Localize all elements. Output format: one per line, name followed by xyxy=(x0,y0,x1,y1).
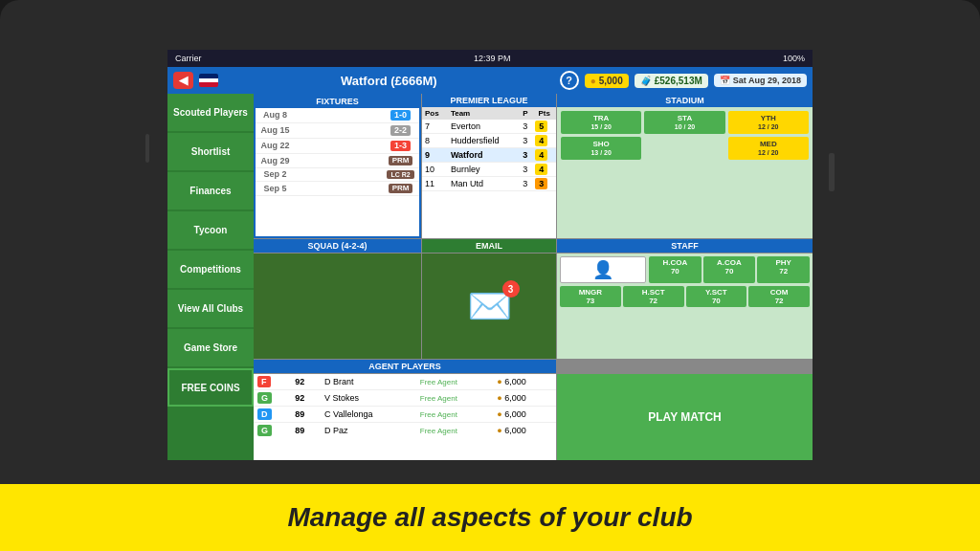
time-label: 12:39 PM xyxy=(474,54,511,63)
league-played: 3 xyxy=(518,177,532,191)
league-table-container: Pos Team P Pts 7 Everton 3 xyxy=(422,107,556,238)
staff-header: STAFF xyxy=(557,239,813,253)
table-row: Aug 15 Leicester A 2-2 xyxy=(256,123,419,139)
staff-com: COM72 xyxy=(748,286,810,307)
fixtures-table: Aug 8 Tottenham H 1-0 Aug 15 Leicester A… xyxy=(256,108,419,196)
stadium-top-row: TRA15 / 20 STA10 / 20 YTH12 / 20 xyxy=(561,111,809,134)
fixture-result: 1-0 xyxy=(382,108,419,123)
side-button-right xyxy=(829,153,835,191)
league-team: Burnley xyxy=(448,163,519,177)
col-pts: Pts xyxy=(532,107,556,120)
app-screen: Carrier 12:39 PM 100% ◀ Watford (£666M) … xyxy=(167,50,813,460)
league-played: 3 xyxy=(518,120,532,134)
league-pts: 5 xyxy=(532,120,556,134)
table-row[interactable]: D 89 C Vallelonga Free Agent ● 6,000 xyxy=(254,407,556,423)
sidebar-item-game-store[interactable]: Game Store xyxy=(167,329,254,367)
player-name: D Brant xyxy=(321,374,416,390)
email-content[interactable]: ✉️ 3 xyxy=(422,253,556,359)
league-team: Watford xyxy=(448,148,519,163)
staff-phy: PHY72 xyxy=(757,256,810,283)
bottom-banner: Manage all aspects of your club xyxy=(0,484,980,551)
player-name: V Stokes xyxy=(321,390,416,407)
league-team: Man Utd xyxy=(448,177,519,191)
league-pts: 4 xyxy=(532,148,556,163)
player-rating: 89 xyxy=(291,423,321,439)
table-row: 8 Huddersfield 3 4 xyxy=(422,134,556,148)
league-played: 3 xyxy=(518,148,532,163)
table-row: Aug 29 Man Utd A PRM xyxy=(256,154,419,168)
table-row[interactable]: G 89 D Paz Free Agent ● 6,000 xyxy=(254,423,556,439)
table-row: Sep 2 Southend A LC R2 xyxy=(256,168,419,182)
table-row[interactable]: F 92 D Brant Free Agent ● 6,000 xyxy=(254,374,556,390)
back-button[interactable]: ◀ xyxy=(173,72,193,89)
pos-badge: G xyxy=(257,425,272,436)
fixture-date: Aug 29 xyxy=(256,154,295,168)
player-coins: ● 6,000 xyxy=(493,374,556,390)
staff-avatar: 👤 xyxy=(560,256,646,283)
player-status: Free Agent xyxy=(416,423,494,439)
staff-content: 👤 H.COA70 A.COA70 PHY72 MNGR73 H.SCT72 Y… xyxy=(557,253,813,359)
sidebar-item-view-all-clubs[interactable]: View All Clubs xyxy=(167,290,254,328)
play-match-button[interactable]: PLAY MATCH xyxy=(557,374,813,460)
coins-display: ● 5,000 xyxy=(585,74,629,88)
fixture-opponent: Man Utd xyxy=(295,154,368,168)
fixture-venue: H xyxy=(368,108,382,123)
player-rating: 92 xyxy=(291,390,321,407)
date-display: 📅 Sat Aug 29, 2018 xyxy=(714,74,807,87)
league-played: 3 xyxy=(518,163,532,177)
league-pts: 4 xyxy=(532,163,556,177)
sidebar-item-shortlist[interactable]: Shortlist xyxy=(167,133,254,171)
stadium-content: TRA15 / 20 STA10 / 20 YTH12 / 20 SHO13 /… xyxy=(557,107,813,238)
table-row: 11 Man Utd 3 3 xyxy=(422,177,556,191)
staff-ysct: Y.SCT70 xyxy=(686,286,747,307)
staff-row2: MNGR73 H.SCT72 Y.SCT70 COM72 xyxy=(560,286,810,307)
fixture-date: Aug 8 xyxy=(256,108,295,123)
content-area: FIXTURES Aug 8 Tottenham H 1-0 Aug 15 xyxy=(254,94,813,460)
fixture-date: Sep 2 xyxy=(256,168,295,182)
player-coins: ● 6,000 xyxy=(493,423,556,439)
fixtures-table-container: Aug 8 Tottenham H 1-0 Aug 15 Leicester A… xyxy=(256,108,419,236)
main-layout: Scouted Players Shortlist Finances Tycoo… xyxy=(167,94,813,460)
pos-badge: F xyxy=(257,376,271,387)
fixture-result: LC R2 xyxy=(382,168,419,182)
fixture-result: PRM xyxy=(382,154,419,168)
banner-text: Manage all aspects of your club xyxy=(287,502,692,533)
staff-mngr: MNGR73 xyxy=(560,286,621,307)
sidebar-item-tycoon[interactable]: Tycoon xyxy=(167,211,254,250)
help-button[interactable]: ? xyxy=(560,71,579,90)
table-row[interactable]: G 92 V Stokes Free Agent ● 6,000 xyxy=(254,390,556,407)
league-pos: 10 xyxy=(422,163,448,177)
squad-content xyxy=(254,253,421,359)
sidebar-item-competitions[interactable]: Competitions xyxy=(167,251,254,289)
table-row: 7 Everton 3 5 xyxy=(422,120,556,134)
email-header: EMAIL xyxy=(422,239,556,253)
fixture-result: 1-3 xyxy=(382,139,419,154)
stadium-header: STADIUM xyxy=(557,94,813,107)
sidebar-item-scouted-players[interactable]: Scouted Players xyxy=(167,94,254,132)
player-coins: ● 6,000 xyxy=(493,390,556,407)
pos-badge: D xyxy=(257,408,272,420)
staff-row1: 👤 H.COA70 A.COA70 PHY72 xyxy=(560,256,810,283)
col-played: P xyxy=(518,107,532,120)
fixture-venue: A xyxy=(368,168,382,182)
league-pos: 9 xyxy=(422,148,448,163)
stadium-med: MED12 / 20 xyxy=(728,137,809,160)
league-pos: 11 xyxy=(422,177,448,191)
sidebar-item-free-coins[interactable]: FREE COINS xyxy=(167,368,254,407)
fixture-date: Aug 15 xyxy=(256,123,295,139)
player-coins: ● 6,000 xyxy=(493,407,556,423)
calendar-icon: 📅 xyxy=(720,76,730,85)
fixture-result: PRM xyxy=(382,182,419,196)
budget-display: 🧳 £526,513M xyxy=(635,74,708,88)
premier-league-header: PREMIER LEAGUE xyxy=(422,94,556,107)
sidebar-item-finances[interactable]: Finances xyxy=(167,172,254,210)
player-rating: 89 xyxy=(291,407,321,423)
player-status: Free Agent xyxy=(416,407,494,423)
staff-hcoa: H.COA70 xyxy=(649,256,702,283)
top-nav: ◀ Watford (£666M) ? ● 5,000 🧳 £526,513M … xyxy=(167,67,813,94)
fixture-opponent: Leicester xyxy=(295,123,368,139)
email-badge: 3 xyxy=(502,280,520,298)
league-pos: 7 xyxy=(422,120,448,134)
col-pos: Pos xyxy=(422,107,448,120)
staff-acoa: A.COA70 xyxy=(703,256,756,283)
